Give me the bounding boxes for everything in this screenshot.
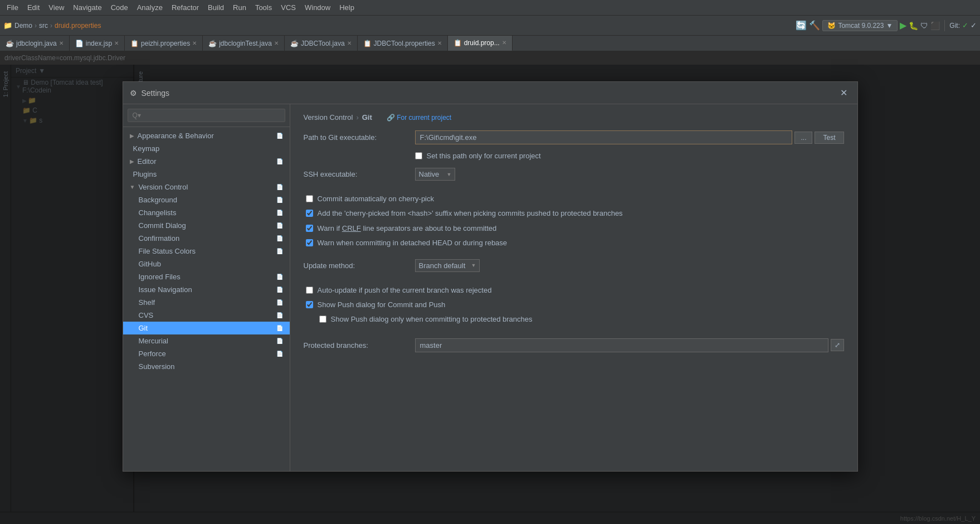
set-path-checkbox[interactable] — [415, 152, 422, 159]
browse-button[interactable]: ... — [794, 132, 812, 144]
git-x-icon[interactable]: ✓ — [971, 21, 977, 30]
settings-item-shelf[interactable]: Shelf 📄 — [123, 296, 290, 309]
tab-close-druid[interactable]: ✕ — [502, 40, 506, 46]
commit-auto-checkbox[interactable] — [306, 195, 313, 202]
dialog-close-button[interactable]: ✕ — [837, 86, 851, 99]
bc-root[interactable]: Version Control — [304, 113, 353, 122]
ssh-select[interactable]: Native Built-in — [415, 168, 455, 181]
git-check-icon[interactable]: ✓ — [962, 21, 968, 30]
tab-close-jdbctool[interactable]: ✕ — [347, 40, 352, 46]
settings-item-background[interactable]: Background 📄 — [123, 193, 290, 206]
detached-head-warn-label: Warn when committing in detached HEAD or… — [318, 238, 508, 248]
coverage-icon[interactable]: 🛡 — [920, 21, 928, 30]
settings-item-git[interactable]: Git 📄 — [123, 322, 290, 334]
settings-item-plugins[interactable]: Plugins — [123, 168, 290, 181]
show-push-protected-label: Show Push dialog only when committing to… — [331, 314, 533, 324]
crlf-warn-checkbox[interactable] — [306, 225, 313, 232]
menu-help[interactable]: Help — [335, 2, 359, 13]
tab-label: JDBCTool.java — [301, 40, 345, 47]
settings-item-subversion[interactable]: Subversion — [123, 360, 290, 373]
cherry-pick-suffix-checkbox[interactable] — [306, 210, 313, 217]
menu-file[interactable]: File — [2, 2, 23, 13]
settings-item-file-status-colors[interactable]: File Status Colors 📄 — [123, 245, 290, 258]
git-label: Git: — [949, 22, 960, 30]
protected-branches-label: Protected branches: — [304, 341, 415, 350]
settings-item-perforce[interactable]: Perforce 📄 — [123, 347, 290, 360]
tab-jdbctool[interactable]: ☕ JDBCTool.java ✕ — [285, 36, 358, 51]
tab-peizhi[interactable]: 📋 peizhi.properties ✕ — [125, 36, 203, 51]
detached-head-warn-checkbox[interactable] — [306, 239, 313, 246]
tab-druid[interactable]: 📋 druid.prop... ✕ — [448, 36, 513, 51]
update-method-select[interactable]: Branch default Merge Rebase — [415, 259, 480, 272]
tab-close-index[interactable]: ✕ — [114, 40, 119, 46]
menu-view[interactable]: View — [44, 2, 69, 13]
settings-search-input[interactable] — [128, 109, 285, 122]
show-push-protected-checkbox[interactable] — [319, 316, 326, 323]
hammer-icon[interactable]: 🔨 — [809, 20, 820, 31]
tab-close-peizhi[interactable]: ✕ — [192, 40, 197, 46]
tab-index[interactable]: 📄 index.jsp ✕ — [70, 36, 125, 51]
menu-run[interactable]: Run — [228, 2, 251, 13]
settings-item-github[interactable]: GitHub — [123, 258, 290, 270]
breadcrumb-file[interactable]: druid.properties — [55, 22, 101, 30]
update-method-select-wrapper: Branch default Merge Rebase — [415, 259, 480, 272]
set-path-row: Set this path only for current project — [304, 151, 844, 161]
debug-icon[interactable]: 🐛 — [909, 21, 918, 30]
settings-item-label: Mercurial — [139, 337, 168, 345]
menu-build[interactable]: Build — [203, 2, 228, 13]
tab-jdbclogin[interactable]: ☕ jdbclogin.java ✕ — [0, 36, 70, 51]
show-push-dialog-checkbox[interactable] — [306, 301, 313, 308]
menu-analyze[interactable]: Analyze — [133, 2, 167, 13]
sync-icon[interactable]: 🔄 — [796, 20, 807, 31]
divider4 — [304, 329, 844, 336]
git-executable-input[interactable] — [415, 130, 793, 144]
protected-branches-input[interactable] — [415, 338, 828, 352]
page-icon: 📄 — [276, 210, 283, 216]
tab-jdbctoolprops[interactable]: 📋 JDBCTool.properties ✕ — [358, 36, 448, 51]
breadcrumb-src[interactable]: src — [39, 22, 48, 30]
settings-item-changelists[interactable]: Changelists 📄 — [123, 206, 290, 219]
settings-item-mercurial[interactable]: Mercurial 📄 — [123, 334, 290, 347]
bc-separator: › — [356, 113, 358, 122]
auto-update-push-label: Auto-update if push of the current branc… — [318, 285, 492, 295]
settings-item-editor[interactable]: ▶ Editor 📄 — [123, 155, 290, 168]
settings-item-confirmation[interactable]: Confirmation 📄 — [123, 232, 290, 245]
breadcrumb-demo[interactable]: Demo — [14, 22, 32, 30]
run-button[interactable]: ▶ — [900, 20, 906, 31]
tab-jdbclogintest[interactable]: ☕ jdbcloginTest.java ✕ — [203, 36, 285, 51]
menu-tools[interactable]: Tools — [251, 2, 276, 13]
expand-button[interactable]: ⤢ — [831, 339, 844, 351]
toolbar: 📁 Demo › src › druid.properties 🔄 🔨 🐱 To… — [0, 16, 980, 36]
test-button[interactable]: Test — [815, 132, 844, 144]
for-project-link[interactable]: 🔗 For current project — [387, 114, 451, 122]
show-push-dialog-row: Show Push dialog for Commit and Push — [304, 300, 844, 310]
settings-item-label: Perforce — [139, 350, 166, 358]
auto-update-push-checkbox[interactable] — [306, 287, 313, 294]
tab-label: jdbcloginTest.java — [219, 40, 272, 47]
detached-head-warn-row: Warn when committing in detached HEAD or… — [304, 238, 844, 248]
crlf-warn-label: Warn if CRLF line separators are about t… — [318, 224, 497, 234]
git-executable-row: Path to Git executable: ... Test — [304, 130, 844, 144]
menu-edit[interactable]: Edit — [23, 2, 44, 13]
tab-close-jdbclogin[interactable]: ✕ — [59, 40, 64, 46]
settings-item-ignored-files[interactable]: Ignored Files 📄 — [123, 270, 290, 283]
settings-item-issue-navigation[interactable]: Issue Navigation 📄 — [123, 283, 290, 296]
breadcrumb: Demo › src › druid.properties — [14, 22, 101, 30]
menu-refactor[interactable]: Refactor — [167, 2, 203, 13]
page-icon: 📄 — [276, 197, 283, 203]
settings-item-keymap[interactable]: Keymap — [123, 142, 290, 155]
tab-close-jdbclogintest[interactable]: ✕ — [274, 40, 279, 46]
show-push-protected-row: Show Push dialog only when committing to… — [304, 314, 844, 324]
settings-item-appearance[interactable]: ▶ Appearance & Behavior 📄 — [123, 129, 290, 142]
tomcat-dropdown[interactable]: 🐱 Tomcat 9.0.223 ▼ — [822, 20, 898, 31]
page-icon: 📄 — [276, 133, 283, 139]
menu-code[interactable]: Code — [106, 2, 133, 13]
tab-close-jdbctoolprops[interactable]: ✕ — [437, 40, 442, 46]
settings-item-commit-dialog[interactable]: Commit Dialog 📄 — [123, 219, 290, 232]
menu-navigate[interactable]: Navigate — [69, 2, 106, 13]
settings-item-cvs[interactable]: CVS 📄 — [123, 309, 290, 322]
menu-vcs[interactable]: VCS — [276, 2, 300, 13]
menu-window[interactable]: Window — [300, 2, 335, 13]
stop-icon[interactable]: ⬛ — [930, 21, 940, 30]
settings-item-version-control[interactable]: ▼ Version Control 📄 — [123, 181, 290, 193]
